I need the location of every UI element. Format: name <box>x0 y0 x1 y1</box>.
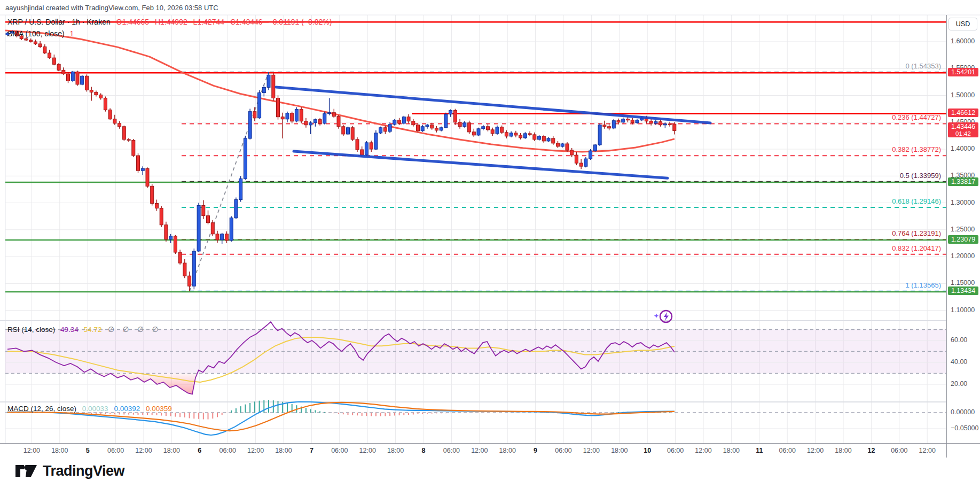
tradingview-logo-mark <box>15 462 37 480</box>
time-tick: 12:00 <box>807 447 824 454</box>
time-tick: 18:00 <box>51 447 68 454</box>
time-tick: 18:00 <box>275 447 292 454</box>
time-tick: 18:00 <box>499 447 516 454</box>
macd-line-value: 0.00392 <box>114 405 140 413</box>
rsi-indicator-header[interactable]: RSI (14, close) 49.34 54.72 ∅ ∅ ∅ ∅ <box>7 325 161 334</box>
tradingview-logo-text: TradingView <box>43 463 124 479</box>
ohlc-close: C1.43446 <box>230 18 263 26</box>
rsi-ma-value: 54.72 <box>84 326 102 334</box>
rsi-label: RSI (14, close) <box>7 326 55 334</box>
sma-label: SMA (100, close) <box>7 29 65 38</box>
time-tick: 12:00 <box>471 447 488 454</box>
price-tick: 1.15000 <box>951 279 975 286</box>
current-price-tag: 1.4344601:42 <box>948 122 978 137</box>
macd-hist-value: 0.00033 <box>82 405 108 413</box>
fib-level-label: 0.764 (1.23191) <box>892 229 941 237</box>
level-price-tag: 1.33817 <box>948 177 978 186</box>
rsi-value: 49.34 <box>60 326 79 334</box>
time-tick: 8 <box>422 447 426 454</box>
sma-indicator-header[interactable]: SMA (100, close) 1 <box>7 29 74 38</box>
fib-level-label: 0.5 (1.33959) <box>900 172 941 180</box>
fib-level-label: 1 (1.13565) <box>906 281 942 289</box>
time-tick: 9 <box>534 447 537 454</box>
ohlc-change: −0.01191 (−0.82%) <box>269 18 332 26</box>
level-price-tag: 1.46612 <box>948 109 978 117</box>
macd-tick: 0.00000 <box>951 408 975 416</box>
time-tick: 5 <box>86 447 90 454</box>
time-tick: 06:00 <box>555 447 571 454</box>
price-tick: 1.30000 <box>951 199 975 206</box>
chart-canvas[interactable] <box>0 0 980 488</box>
rsi-tick: 60.00 <box>951 336 967 344</box>
ohlc-open: O1.44665 <box>116 18 150 26</box>
time-tick: 12 <box>867 447 875 454</box>
time-tick: 12:00 <box>695 447 711 454</box>
time-tick: 11 <box>756 447 763 454</box>
price-tick: 1.60000 <box>951 37 975 45</box>
macd-indicator-header[interactable]: MACD (12, 26, close) 0.00033 0.00392 0.0… <box>7 405 172 413</box>
sma-value: 1 <box>70 29 74 38</box>
time-tick: 06:00 <box>331 447 348 454</box>
fib-level-label: 0 (1.54353) <box>906 62 942 70</box>
time-tick: 12:00 <box>919 447 936 454</box>
macd-label: MACD (12, 26, close) <box>7 405 76 413</box>
level-price-tag: 1.23079 <box>948 235 978 244</box>
time-tick: 18:00 <box>387 447 404 454</box>
time-tick: 18:00 <box>835 447 851 454</box>
time-tick: 10 <box>644 447 651 454</box>
time-tick: 12:00 <box>23 447 40 454</box>
time-tick: 06:00 <box>443 447 460 454</box>
level-price-tag: 1.54201 <box>948 68 978 76</box>
time-tick: 12:00 <box>583 447 600 454</box>
ohlc-low: L1.42744 <box>193 18 224 26</box>
attribution-text: aayushjindal created with TradingView.co… <box>5 4 218 12</box>
time-tick: 06:00 <box>891 447 907 454</box>
time-tick: 18:00 <box>163 447 180 454</box>
price-tick: 1.50000 <box>951 91 975 99</box>
time-tick: 12:00 <box>135 447 152 454</box>
time-tick: 7 <box>310 447 313 454</box>
price-tick: 1.25000 <box>951 226 975 233</box>
time-tick: 12:00 <box>359 447 376 454</box>
price-tick: 1.10000 <box>951 306 975 314</box>
rsi-empty-values: ∅ ∅ ∅ ∅ <box>108 326 161 334</box>
currency-toggle-button[interactable]: USD <box>948 18 977 30</box>
time-tick: 06:00 <box>779 447 796 454</box>
macd-signal-value: 0.00359 <box>146 405 172 413</box>
fib-level-label: 0.382 (1.38772) <box>892 145 941 153</box>
symbol-header[interactable]: XRP / U.S. Dollar · 1h · Kraken O1.44665… <box>7 18 332 26</box>
time-tick: 12:00 <box>247 447 264 454</box>
symbol-title: XRP / U.S. Dollar · 1h · Kraken <box>7 18 111 26</box>
tradingview-logo[interactable]: TradingView <box>15 462 124 480</box>
rsi-tick: 20.00 <box>951 380 967 388</box>
time-tick: 06:00 <box>107 447 124 454</box>
rsi-tick: 40.00 <box>951 358 967 366</box>
fib-level-label: 0.236 (1.44727) <box>892 113 941 121</box>
fib-level-label: 0.832 (1.20417) <box>892 244 941 252</box>
ohlc-high: H1.44992 <box>155 18 187 26</box>
level-price-tag: 1.13434 <box>948 286 978 295</box>
time-tick: 06:00 <box>667 447 684 454</box>
fib-level-label: 0.618 (1.29146) <box>892 197 941 205</box>
price-tick: 1.40000 <box>951 145 975 152</box>
price-tick: 1.20000 <box>951 252 975 260</box>
lightning-icon <box>651 307 676 326</box>
time-tick: 18:00 <box>723 447 740 454</box>
time-tick: 06:00 <box>219 447 236 454</box>
tradingview-chart-page: aayushjindal created with TradingView.co… <box>0 0 980 488</box>
time-tick: 6 <box>198 447 201 454</box>
macd-tick: −0.05000 <box>951 424 978 432</box>
time-tick: 18:00 <box>611 447 628 454</box>
